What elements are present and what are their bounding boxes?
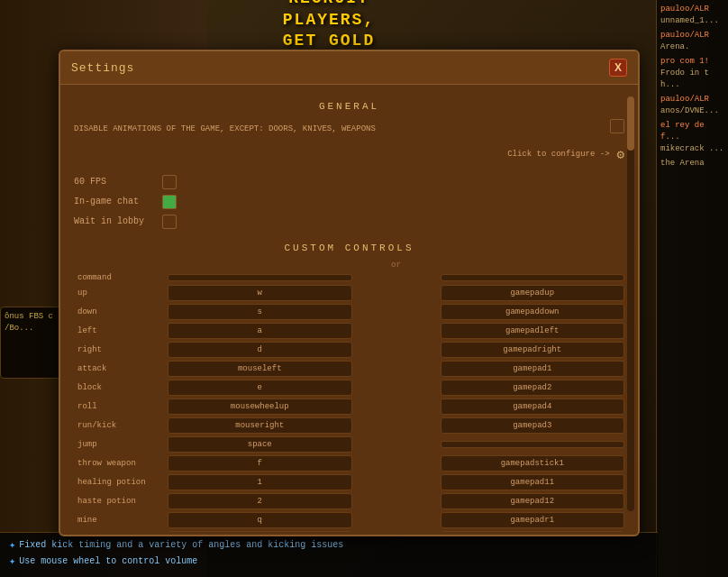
- bonus-main: ônus FBS c: [5, 311, 63, 323]
- disable-anim-text: DISABLE ANIMATIONS OF THE GAME, EXCEPT: …: [74, 124, 376, 133]
- control-row: throw weapon f gamepadstick1: [74, 455, 624, 472]
- control-row: mine q gamepadr1: [74, 512, 624, 528]
- cmd-label-10: throw weapon: [74, 459, 164, 468]
- gamepad-btn-9[interactable]: [441, 441, 625, 448]
- key-btn-6[interactable]: e: [168, 380, 352, 396]
- ingame-chat-checkbox[interactable]: [162, 195, 177, 209]
- close-button[interactable]: X: [609, 59, 627, 77]
- key-btn-2[interactable]: s: [168, 304, 352, 320]
- chat-msg-4: anos/DVNE...: [660, 106, 719, 115]
- key-btn-1[interactable]: w: [168, 285, 352, 301]
- top-banner: RECRUIT PLAYERS, GET GOLD: [0, 0, 658, 41]
- col-gamepad: [441, 261, 622, 270]
- configure-link[interactable]: Click to configure ->: [507, 150, 609, 159]
- chat-name-3: pro com 1!: [660, 57, 709, 66]
- notification-2: ✦ Use mouse wheel to control volume: [9, 554, 649, 568]
- cmd-label-2: down: [74, 307, 164, 316]
- gamepad-btn-2[interactable]: gamepaddown: [441, 304, 625, 320]
- chat-name-2: pauloo/ALR: [660, 31, 709, 40]
- disable-anim-checkbox[interactable]: [610, 119, 624, 133]
- cmd-label-7: roll: [74, 402, 164, 411]
- controls-header-row: or: [74, 261, 624, 270]
- general-section: DISABLE ANIMATIONS OF THE GAME, EXCEPT: …: [74, 119, 624, 229]
- disable-anim-label-area: DISABLE ANIMATIONS OF THE GAME, EXCEPT: …: [74, 119, 596, 136]
- gamepad-btn-0[interactable]: [441, 274, 625, 281]
- gamepad-btn-10[interactable]: gamepadstick1: [441, 455, 625, 472]
- gamepad-btn-6[interactable]: gamepad2: [441, 380, 625, 396]
- cmd-label-6: block: [74, 383, 164, 392]
- control-row: roll mousewheelup gamepad4: [74, 398, 624, 415]
- control-row: up w gamepadup: [74, 285, 624, 301]
- gamepad-btn-13[interactable]: gamepadr1: [441, 512, 625, 528]
- ingame-chat-row: In-game chat: [74, 195, 624, 209]
- configure-row: Click to configure -> ⚙: [74, 147, 624, 162]
- chat-name-1: pauloo/ALR: [660, 5, 709, 14]
- key-btn-5[interactable]: mouseleft: [168, 361, 352, 377]
- controls-rows: command up w gamepadup down s gamepaddow…: [74, 273, 624, 533]
- gamepad-btn-3[interactable]: gamepadleft: [441, 323, 625, 339]
- general-section-header: GENERAL: [74, 101, 624, 112]
- control-row: command: [74, 273, 624, 282]
- modal-body: GENERAL DISABLE ANIMATIONS OF THE GAME, …: [60, 85, 638, 532]
- fps-checkbox[interactable]: [162, 175, 177, 189]
- top-banner-text: RECRUIT PLAYERS, GET GOLD: [283, 0, 375, 52]
- chat-msg-5: mikecrack ...: [660, 144, 723, 153]
- scrollbar-track[interactable]: [627, 96, 634, 511]
- gamepad-btn-5[interactable]: gamepad1: [441, 361, 625, 377]
- control-row: haste potion 2 gamepad12: [74, 493, 624, 509]
- key-btn-13[interactable]: q: [168, 512, 352, 528]
- chat-msg-3: Frodo in th...: [660, 69, 709, 89]
- cmd-label-13: mine: [74, 516, 164, 525]
- gamepad-btn-4[interactable]: gamepadright: [441, 342, 625, 358]
- fps-row: 60 FPS: [74, 175, 624, 189]
- gamepad-btn-8[interactable]: gamepad3: [441, 417, 625, 434]
- chat-msg-2: Arena.: [660, 42, 689, 51]
- fps-label: 60 FPS: [74, 177, 155, 187]
- key-btn-8[interactable]: mouseright: [168, 417, 352, 434]
- cmd-label-12: haste potion: [74, 497, 164, 506]
- key-btn-10[interactable]: f: [168, 455, 352, 472]
- control-row: throwing knife x gamepadr2: [74, 531, 624, 533]
- banner-line1: RECRUIT: [283, 0, 375, 10]
- key-btn-3[interactable]: a: [168, 323, 352, 339]
- notification-text-2: Use mouse wheel to control volume: [19, 556, 197, 566]
- gamepad-btn-14[interactable]: gamepadr2: [441, 531, 625, 533]
- chat-entry-arena: the Arena: [660, 158, 724, 169]
- scrollbar-thumb[interactable]: [627, 96, 634, 151]
- chat-entry-2: pauloo/ALR Arena.: [660, 30, 724, 52]
- gamepad-btn-11[interactable]: gamepad11: [441, 474, 625, 490]
- cmd-label-1: up: [74, 288, 164, 298]
- gamepad-btn-1[interactable]: gamepadup: [441, 285, 625, 301]
- control-row: right d gamepadright: [74, 342, 624, 358]
- settings-modal: Settings X GENERAL DISABLE ANIMATIONS OF…: [59, 50, 640, 536]
- chat-name-5: el rey de f...: [660, 121, 705, 142]
- configure-icon[interactable]: ⚙: [617, 147, 624, 162]
- wait-lobby-checkbox[interactable]: [162, 215, 177, 229]
- modal-header: Settings X: [60, 51, 638, 85]
- notification-1: ✦ Fixed kick timing and a variety of ang…: [9, 538, 649, 552]
- control-row: left a gamepadleft: [74, 323, 624, 339]
- modal-title: Settings: [71, 61, 134, 75]
- key-btn-9[interactable]: space: [168, 436, 352, 453]
- key-btn-4[interactable]: d: [168, 342, 352, 358]
- notification-bar: ✦ Fixed kick timing and a variety of ang…: [0, 532, 658, 577]
- chat-entry-1: pauloo/ALR unnamed_1...: [660, 4, 724, 26]
- key-btn-12[interactable]: 2: [168, 493, 352, 509]
- wait-lobby-row: Wait in lobby: [74, 215, 624, 229]
- gamepad-btn-7[interactable]: gamepad4: [441, 398, 625, 415]
- cmd-label-4: right: [74, 345, 164, 354]
- gamepad-btn-12[interactable]: gamepad12: [441, 493, 625, 509]
- key-btn-14[interactable]: x: [168, 531, 352, 533]
- key-btn-11[interactable]: 1: [168, 474, 352, 490]
- control-row: healing potion 1 gamepad11: [74, 474, 624, 490]
- key-btn-7[interactable]: mousewheelup: [168, 398, 352, 415]
- cmd-label-3: left: [74, 326, 164, 335]
- cmd-label-5: attack: [74, 364, 164, 373]
- key-btn-0[interactable]: [168, 274, 352, 281]
- controls-section: or command up w gamepadup down s gamepad…: [74, 261, 624, 533]
- cmd-label-9: jump: [74, 440, 164, 449]
- chat-arena-text: the Arena: [660, 159, 705, 168]
- control-row: block e gamepad2: [74, 380, 624, 396]
- chat-entry-5: el rey de f... mikecrack ...: [660, 120, 724, 154]
- control-row: attack mouseleft gamepad1: [74, 361, 624, 377]
